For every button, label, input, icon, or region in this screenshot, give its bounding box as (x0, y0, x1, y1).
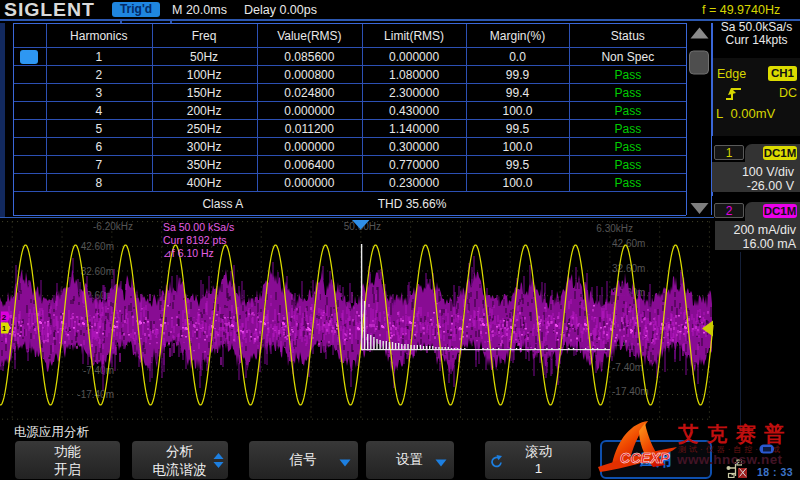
svg-text:32.60m: 32.60m (612, 263, 645, 274)
svg-text:42.60m: 42.60m (81, 241, 114, 252)
svg-text:32.60m: 32.60m (81, 266, 114, 277)
svg-text:www.hncsw.net: www.hncsw.net (676, 452, 783, 467)
svg-text:CCEXP: CCEXP (620, 450, 670, 466)
svg-text:⊿f 6.10 Hz: ⊿f 6.10 Hz (163, 247, 214, 259)
svg-text:Sa 50.00 kSa/s: Sa 50.00 kSa/s (163, 221, 234, 233)
svg-text:-17.40m: -17.40m (612, 386, 649, 397)
svg-text:6.30kHz: 6.30kHz (596, 223, 633, 234)
svg-text:Curr 8192 pts: Curr 8192 pts (163, 234, 227, 246)
svg-text:-6.20kHz: -6.20kHz (93, 221, 133, 232)
svg-text:-7.40m: -7.40m (612, 362, 643, 373)
svg-text:-7.40m: -7.40m (83, 365, 114, 376)
svg-text:艾克赛普: 艾克赛普 (677, 422, 793, 445)
svg-text:1: 1 (2, 324, 7, 333)
svg-text:2: 2 (2, 313, 7, 322)
svg-text:42.60m: 42.60m (612, 238, 645, 249)
